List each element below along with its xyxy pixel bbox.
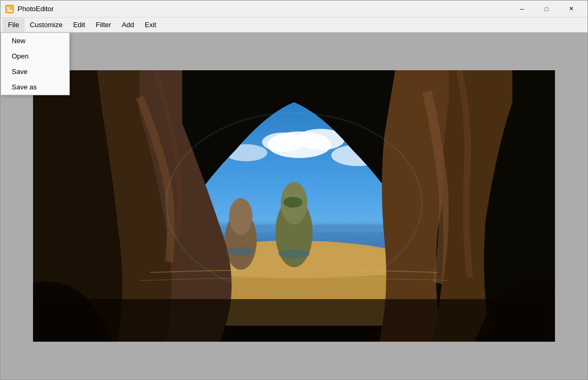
svg-rect-25 — [33, 299, 555, 342]
minimize-button[interactable]: ─ — [510, 1, 534, 18]
main-content — [1, 32, 587, 379]
svg-point-18 — [229, 198, 252, 235]
menu-item-exit[interactable]: Exit — [140, 18, 162, 32]
menu-item-file[interactable]: File — [3, 18, 24, 32]
menu-file-save-as[interactable]: Save as — [1, 79, 69, 95]
svg-point-23 — [278, 250, 310, 258]
menu-item-customize[interactable]: Customize — [24, 18, 68, 32]
menu-bar: File Customize Edit Filter Add Exit New … — [1, 18, 587, 32]
svg-point-8 — [262, 133, 305, 152]
app-window: PhotoEditor ─ □ ✕ File Customize Edit Fi… — [0, 0, 588, 380]
title-bar-left: PhotoEditor — [5, 4, 54, 14]
title-bar-controls: ─ □ ✕ — [510, 1, 583, 18]
beach-image — [33, 70, 555, 342]
maximize-button[interactable]: □ — [534, 1, 559, 18]
image-container — [33, 70, 555, 342]
close-button[interactable]: ✕ — [559, 1, 583, 18]
menu-file-save[interactable]: Save — [1, 64, 69, 79]
app-icon — [5, 4, 14, 14]
app-title: PhotoEditor — [18, 5, 54, 13]
menu-item-edit[interactable]: Edit — [68, 18, 90, 32]
svg-point-21 — [283, 197, 303, 208]
menu-file-new[interactable]: New — [1, 33, 69, 48]
menu-file-open[interactable]: Open — [1, 48, 69, 64]
title-bar: PhotoEditor ─ □ ✕ — [1, 1, 587, 18]
menu-item-add[interactable]: Add — [117, 18, 140, 32]
menu-item-filter[interactable]: Filter — [91, 18, 117, 32]
file-dropdown-menu: New Open Save Save as — [1, 32, 70, 95]
svg-point-22 — [227, 247, 254, 255]
svg-point-2 — [7, 7, 9, 9]
